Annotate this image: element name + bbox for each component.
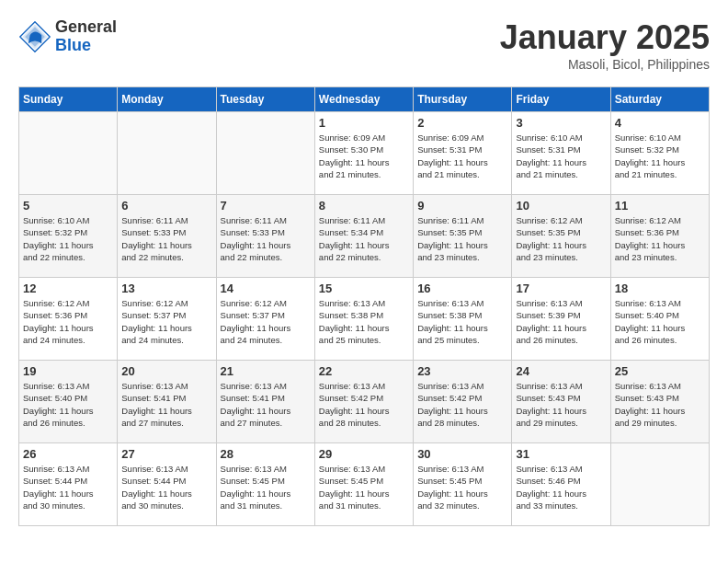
day-number: 18 (615, 282, 705, 295)
logo-icon (18, 20, 51, 53)
header-day-friday: Friday (512, 87, 610, 112)
day-info: Sunrise: 6:10 AM Sunset: 5:31 PM Dayligh… (516, 132, 606, 180)
day-info: Sunrise: 6:12 AM Sunset: 5:36 PM Dayligh… (23, 297, 113, 346)
header-day-wednesday: Wednesday (314, 87, 413, 112)
day-number: 25 (615, 364, 705, 378)
calendar-cell: 23Sunrise: 6:13 AM Sunset: 5:42 PM Dayli… (414, 361, 512, 443)
calendar-week-row: 5Sunrise: 6:10 AM Sunset: 5:32 PM Daylig… (19, 195, 710, 278)
day-number: 13 (121, 282, 211, 295)
header-day-thursday: Thursday (414, 87, 512, 112)
calendar-cell: 3Sunrise: 6:10 AM Sunset: 5:31 PM Daylig… (512, 112, 610, 195)
calendar-cell: 9Sunrise: 6:11 AM Sunset: 5:35 PM Daylig… (414, 195, 512, 278)
day-info: Sunrise: 6:11 AM Sunset: 5:34 PM Dayligh… (319, 214, 409, 263)
calendar-cell: 10Sunrise: 6:12 AM Sunset: 5:35 PM Dayli… (512, 195, 610, 278)
day-number: 23 (417, 364, 507, 378)
calendar-cell: 1Sunrise: 6:09 AM Sunset: 5:30 PM Daylig… (314, 112, 413, 195)
day-number: 14 (221, 282, 311, 295)
logo-general: General (55, 17, 117, 36)
calendar-cell: 28Sunrise: 6:13 AM Sunset: 5:45 PM Dayli… (216, 443, 314, 526)
calendar-cell: 5Sunrise: 6:10 AM Sunset: 5:32 PM Daylig… (19, 195, 118, 278)
day-info: Sunrise: 6:13 AM Sunset: 5:40 PM Dayligh… (615, 297, 705, 346)
day-info: Sunrise: 6:13 AM Sunset: 5:40 PM Dayligh… (23, 380, 113, 429)
calendar-cell: 7Sunrise: 6:11 AM Sunset: 5:33 PM Daylig… (216, 195, 314, 278)
day-number: 5 (23, 199, 113, 213)
calendar-cell: 17Sunrise: 6:13 AM Sunset: 5:39 PM Dayli… (512, 278, 610, 361)
calendar-cell: 31Sunrise: 6:13 AM Sunset: 5:46 PM Dayli… (512, 443, 610, 526)
day-info: Sunrise: 6:12 AM Sunset: 5:36 PM Dayligh… (615, 214, 705, 263)
day-number: 19 (23, 364, 113, 378)
day-info: Sunrise: 6:12 AM Sunset: 5:35 PM Dayligh… (516, 214, 606, 263)
day-info: Sunrise: 6:13 AM Sunset: 5:45 PM Dayligh… (319, 463, 409, 511)
calendar-cell: 19Sunrise: 6:13 AM Sunset: 5:40 PM Dayli… (19, 361, 118, 443)
day-number: 11 (615, 199, 705, 213)
day-info: Sunrise: 6:13 AM Sunset: 5:44 PM Dayligh… (121, 463, 211, 511)
day-number: 24 (516, 364, 606, 378)
day-info: Sunrise: 6:12 AM Sunset: 5:37 PM Dayligh… (221, 297, 311, 346)
logo-text: General Blue (55, 18, 117, 55)
calendar-cell: 24Sunrise: 6:13 AM Sunset: 5:43 PM Dayli… (512, 361, 610, 443)
day-number: 21 (221, 364, 311, 378)
calendar-cell: 12Sunrise: 6:12 AM Sunset: 5:36 PM Dayli… (19, 278, 118, 361)
day-number: 2 (417, 116, 507, 130)
day-number: 17 (516, 282, 606, 295)
calendar-week-row: 1Sunrise: 6:09 AM Sunset: 5:30 PM Daylig… (19, 112, 710, 195)
day-number: 28 (221, 447, 311, 461)
calendar-cell (610, 443, 709, 526)
calendar-table: SundayMondayTuesdayWednesdayThursdayFrid… (18, 86, 710, 526)
calendar-cell: 2Sunrise: 6:09 AM Sunset: 5:31 PM Daylig… (414, 112, 512, 195)
calendar-cell: 6Sunrise: 6:11 AM Sunset: 5:33 PM Daylig… (118, 195, 216, 278)
header-day-sunday: Sunday (19, 87, 118, 112)
day-info: Sunrise: 6:13 AM Sunset: 5:39 PM Dayligh… (516, 297, 606, 346)
calendar-cell: 29Sunrise: 6:13 AM Sunset: 5:45 PM Dayli… (314, 443, 413, 526)
calendar-header-row: SundayMondayTuesdayWednesdayThursdayFrid… (19, 87, 710, 112)
day-number: 20 (121, 364, 211, 378)
calendar-cell: 4Sunrise: 6:10 AM Sunset: 5:32 PM Daylig… (610, 112, 709, 195)
day-number: 16 (417, 282, 507, 295)
calendar-cell: 26Sunrise: 6:13 AM Sunset: 5:44 PM Dayli… (19, 443, 118, 526)
day-info: Sunrise: 6:13 AM Sunset: 5:45 PM Dayligh… (417, 463, 507, 511)
calendar-cell: 22Sunrise: 6:13 AM Sunset: 5:42 PM Dayli… (314, 361, 413, 443)
day-info: Sunrise: 6:13 AM Sunset: 5:44 PM Dayligh… (23, 463, 113, 511)
calendar-week-row: 19Sunrise: 6:13 AM Sunset: 5:40 PM Dayli… (19, 361, 710, 443)
day-number: 7 (221, 199, 311, 213)
month-title: January 2025 (500, 18, 710, 57)
day-number: 15 (319, 282, 409, 295)
header-day-monday: Monday (118, 87, 216, 112)
day-number: 9 (417, 199, 507, 213)
day-number: 6 (121, 199, 211, 213)
calendar-cell (118, 112, 216, 195)
day-number: 3 (516, 116, 606, 130)
calendar-cell: 13Sunrise: 6:12 AM Sunset: 5:37 PM Dayli… (118, 278, 216, 361)
calendar-cell (216, 112, 314, 195)
day-info: Sunrise: 6:13 AM Sunset: 5:43 PM Dayligh… (615, 380, 705, 429)
calendar-cell: 15Sunrise: 6:13 AM Sunset: 5:38 PM Dayli… (314, 278, 413, 361)
day-info: Sunrise: 6:13 AM Sunset: 5:38 PM Dayligh… (417, 297, 507, 346)
day-number: 29 (319, 447, 409, 461)
day-info: Sunrise: 6:13 AM Sunset: 5:38 PM Dayligh… (319, 297, 409, 346)
day-info: Sunrise: 6:13 AM Sunset: 5:42 PM Dayligh… (417, 380, 507, 429)
day-number: 22 (319, 364, 409, 378)
calendar-cell: 11Sunrise: 6:12 AM Sunset: 5:36 PM Dayli… (610, 195, 709, 278)
day-info: Sunrise: 6:13 AM Sunset: 5:41 PM Dayligh… (221, 380, 311, 429)
day-info: Sunrise: 6:11 AM Sunset: 5:35 PM Dayligh… (417, 214, 507, 263)
calendar-cell: 25Sunrise: 6:13 AM Sunset: 5:43 PM Dayli… (610, 361, 709, 443)
day-info: Sunrise: 6:13 AM Sunset: 5:42 PM Dayligh… (319, 380, 409, 429)
day-info: Sunrise: 6:11 AM Sunset: 5:33 PM Dayligh… (121, 214, 211, 263)
calendar-week-row: 26Sunrise: 6:13 AM Sunset: 5:44 PM Dayli… (19, 443, 710, 526)
calendar-cell: 16Sunrise: 6:13 AM Sunset: 5:38 PM Dayli… (414, 278, 512, 361)
day-info: Sunrise: 6:10 AM Sunset: 5:32 PM Dayligh… (615, 132, 705, 180)
day-info: Sunrise: 6:13 AM Sunset: 5:43 PM Dayligh… (516, 380, 606, 429)
calendar-cell: 20Sunrise: 6:13 AM Sunset: 5:41 PM Dayli… (118, 361, 216, 443)
day-number: 10 (516, 199, 606, 213)
day-number: 30 (417, 447, 507, 461)
day-info: Sunrise: 6:13 AM Sunset: 5:46 PM Dayligh… (516, 463, 606, 511)
calendar-cell: 8Sunrise: 6:11 AM Sunset: 5:34 PM Daylig… (314, 195, 413, 278)
day-info: Sunrise: 6:13 AM Sunset: 5:41 PM Dayligh… (121, 380, 211, 429)
calendar-cell: 30Sunrise: 6:13 AM Sunset: 5:45 PM Dayli… (414, 443, 512, 526)
day-info: Sunrise: 6:13 AM Sunset: 5:45 PM Dayligh… (221, 463, 311, 511)
logo: General Blue (18, 18, 117, 55)
day-info: Sunrise: 6:09 AM Sunset: 5:31 PM Dayligh… (417, 132, 507, 180)
calendar-week-row: 12Sunrise: 6:12 AM Sunset: 5:36 PM Dayli… (19, 278, 710, 361)
location-subtitle: Masoli, Bicol, Philippines (500, 57, 710, 72)
calendar-cell (19, 112, 118, 195)
